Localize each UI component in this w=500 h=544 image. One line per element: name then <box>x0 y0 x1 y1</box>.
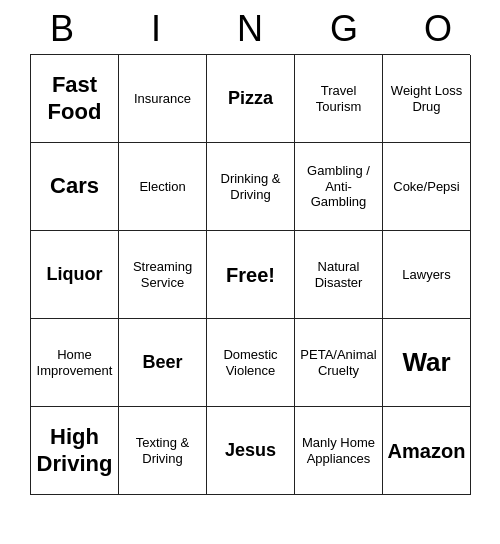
bingo-cell-2: Pizza <box>207 55 295 143</box>
header-b: B <box>18 8 106 50</box>
bingo-cell-13: Natural Disaster <box>295 231 383 319</box>
bingo-cell-12: Free! <box>207 231 295 319</box>
header-n: N <box>206 8 294 50</box>
bingo-cell-22: Jesus <box>207 407 295 495</box>
bingo-cell-16: Beer <box>119 319 207 407</box>
bingo-cell-23: Manly Home Appliances <box>295 407 383 495</box>
bingo-cell-19: War <box>383 319 471 407</box>
bingo-cell-7: Drinking & Driving <box>207 143 295 231</box>
bingo-cell-17: Domestic Violence <box>207 319 295 407</box>
header-o: O <box>394 8 482 50</box>
bingo-header: B I N G O <box>15 0 485 54</box>
bingo-cell-0: Fast Food <box>31 55 119 143</box>
header-i: I <box>112 8 200 50</box>
bingo-cell-6: Election <box>119 143 207 231</box>
bingo-cell-9: Coke/Pepsi <box>383 143 471 231</box>
bingo-cell-4: Weight Loss Drug <box>383 55 471 143</box>
bingo-cell-15: Home Improvement <box>31 319 119 407</box>
bingo-cell-14: Lawyers <box>383 231 471 319</box>
bingo-cell-20: High Driving <box>31 407 119 495</box>
bingo-cell-10: Liquor <box>31 231 119 319</box>
bingo-cell-18: PETA/Animal Cruelty <box>295 319 383 407</box>
bingo-cell-1: Insurance <box>119 55 207 143</box>
bingo-cell-11: Streaming Service <box>119 231 207 319</box>
bingo-grid: Fast FoodInsurancePizzaTravel TourismWei… <box>30 54 470 495</box>
header-g: G <box>300 8 388 50</box>
bingo-cell-24: Amazon <box>383 407 471 495</box>
bingo-cell-5: Cars <box>31 143 119 231</box>
bingo-cell-21: Texting & Driving <box>119 407 207 495</box>
bingo-cell-8: Gambling / Anti-Gambling <box>295 143 383 231</box>
bingo-cell-3: Travel Tourism <box>295 55 383 143</box>
